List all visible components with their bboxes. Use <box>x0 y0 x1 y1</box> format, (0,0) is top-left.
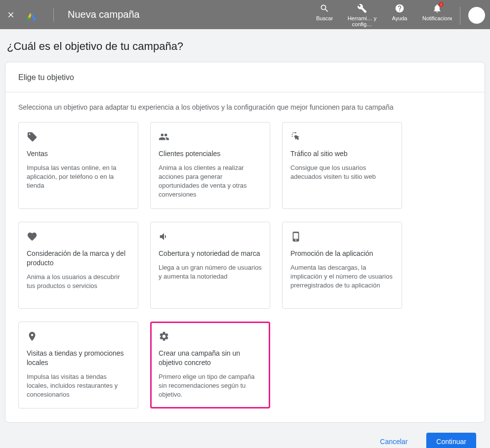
heart-icon <box>27 231 130 242</box>
objective-tile-gear[interactable]: Crear una campaña sin un objetivo concre… <box>150 322 270 408</box>
avatar[interactable] <box>468 7 485 24</box>
tile-title: Consideración de la marca y del producto <box>27 249 130 268</box>
close-icon <box>6 10 15 19</box>
tile-title: Ventas <box>27 149 130 159</box>
objective-question: ¿Cuál es el objetivo de tu campaña? <box>7 40 485 53</box>
cursor-icon <box>290 131 394 142</box>
objective-tile-cursor[interactable]: Tráfico al sitio webConsigue que los usu… <box>282 122 402 209</box>
tile-desc: Primero elige un tipo de campaña sin rec… <box>159 372 262 400</box>
people-icon <box>159 131 262 142</box>
phone-icon <box>290 231 394 242</box>
google-ads-logo-icon <box>25 9 37 21</box>
card-header: Elige tu objetivo <box>5 62 485 92</box>
close-button[interactable] <box>6 10 16 20</box>
tile-title: Promoción de la aplicación <box>290 249 394 258</box>
tile-desc: Llega a un gran número de usuarios y aum… <box>159 263 262 281</box>
tile-title: Tráfico al sitio web <box>290 149 394 159</box>
gear-icon <box>159 331 262 342</box>
google-ads-logo <box>25 8 38 21</box>
tools-label: Herrami… y config… <box>347 15 377 27</box>
page-title: Nueva campaña <box>68 9 140 20</box>
divider <box>460 7 460 25</box>
tools-action[interactable]: Herrami… y config… <box>347 2 377 27</box>
tile-title: Visitas a tiendas y promociones locales <box>27 349 130 367</box>
continue-button[interactable]: Continuar <box>426 433 476 448</box>
objective-tile-people[interactable]: Clientes potencialesAnima a los clientes… <box>150 122 270 209</box>
objective-tile-phone[interactable]: Promoción de la aplicaciónAumenta las de… <box>282 222 402 309</box>
tile-desc: Impulsa las ventas online, en la aplicac… <box>27 163 130 191</box>
topbar-left: Nueva campaña <box>0 8 140 22</box>
card-body: Selecciona un objetivo para adaptar tu e… <box>5 92 485 422</box>
help-icon <box>395 3 405 13</box>
help-label: Ayuda <box>392 15 408 21</box>
footer: Cancelar Continuar <box>5 423 485 448</box>
notifications-action[interactable]: ! Notificaciones <box>422 2 452 21</box>
objective-tile-heart[interactable]: Consideración de la marca y del producto… <box>18 222 138 309</box>
tile-title: Clientes potenciales <box>159 149 262 159</box>
megaphone-icon <box>159 231 262 242</box>
divider <box>53 8 54 22</box>
objective-tile-tag[interactable]: VentasImpulsa las ventas online, en la a… <box>18 122 138 209</box>
tile-title: Crear una campaña sin un objetivo concre… <box>159 349 262 367</box>
tile-desc: Impulsa las visitas a tiendas locales, i… <box>27 372 130 400</box>
tile-desc: Anima a los usuarios a descubrir tus pro… <box>27 273 130 290</box>
objective-tile-pin[interactable]: Visitas a tiendas y promociones localesI… <box>18 322 138 408</box>
objective-card: Elige tu objetivo Selecciona un objetivo… <box>5 62 485 423</box>
tile-desc: Consigue que los usuarios adecuados visi… <box>290 163 394 181</box>
topbar: Nueva campaña Buscar Herrami… y config… … <box>0 0 490 29</box>
wrench-icon <box>357 3 367 13</box>
notifications-label: Notificaciones <box>422 15 452 21</box>
search-action[interactable]: Buscar <box>310 2 339 21</box>
objective-grid: VentasImpulsa las ventas online, en la a… <box>18 122 472 408</box>
card-intro: Selecciona un objetivo para adaptar tu e… <box>18 103 472 111</box>
tile-desc: Anima a los clientes a realizar acciones… <box>159 163 262 200</box>
notification-badge: ! <box>439 2 444 7</box>
cancel-button[interactable]: Cancelar <box>370 433 417 448</box>
tile-title: Cobertura y notoriedad de marca <box>159 249 262 258</box>
tag-icon <box>27 131 130 142</box>
main: ¿Cuál es el objetivo de tu campaña? Elig… <box>0 29 490 448</box>
search-label: Buscar <box>316 15 333 21</box>
search-icon <box>320 3 329 13</box>
svg-point-0 <box>27 17 30 20</box>
help-action[interactable]: Ayuda <box>385 2 414 21</box>
pin-icon <box>27 331 130 342</box>
topbar-right: Buscar Herrami… y config… Ayuda ! Notifi… <box>310 0 490 29</box>
objective-tile-megaphone[interactable]: Cobertura y notoriedad de marcaLlega a u… <box>150 222 270 309</box>
tile-desc: Aumenta las descargas, la implicación y … <box>290 263 394 290</box>
